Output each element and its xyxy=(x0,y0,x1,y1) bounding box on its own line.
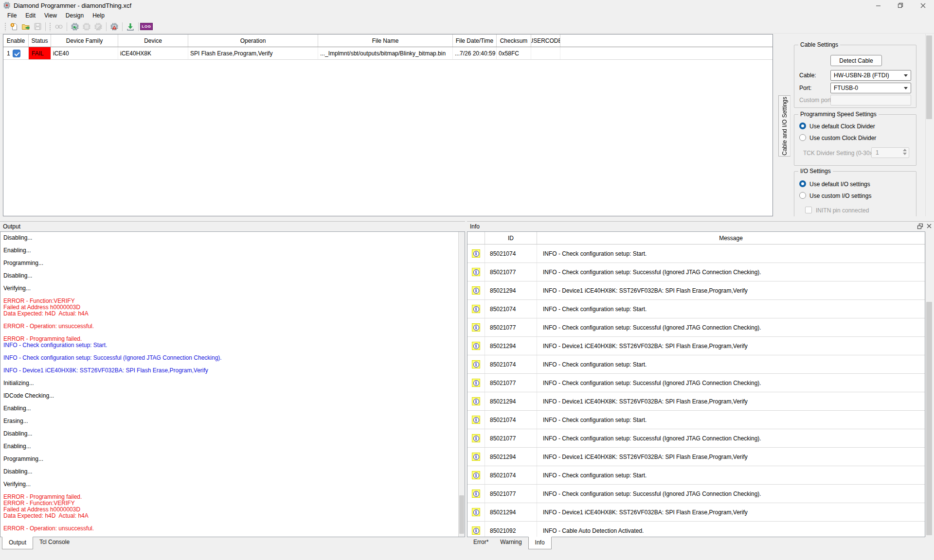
output-scrollbar[interactable] xyxy=(458,232,465,537)
info-row[interactable]: i85021074INFO - Check configuration setu… xyxy=(467,245,925,263)
info-row[interactable]: i85021077INFO - Check configuration setu… xyxy=(467,318,925,337)
program-device-icon[interactable] xyxy=(69,21,81,32)
cable-label: Cable: xyxy=(799,72,816,79)
info-row[interactable]: i85021074INFO - Check configuration setu… xyxy=(467,411,925,429)
cable-settings-group: Cable Settings Detect Cable Cable: HW-US… xyxy=(794,45,916,108)
custom-clock-divider-radio[interactable] xyxy=(799,134,806,141)
menu-item-edit[interactable]: Edit xyxy=(22,12,39,19)
default-io-radio[interactable] xyxy=(799,180,806,187)
save-icon[interactable] xyxy=(32,21,43,32)
tab-output[interactable]: Output xyxy=(2,537,33,549)
info-col-message[interactable]: Message xyxy=(537,232,925,244)
toolbar-separator xyxy=(138,22,139,31)
tab-warning[interactable]: Warning xyxy=(495,537,527,547)
tab-tcl-console[interactable]: Tcl Console xyxy=(34,537,75,547)
read-device-icon[interactable] xyxy=(81,21,92,32)
custom-io-radio[interactable] xyxy=(799,192,806,199)
info-row[interactable]: i85021077INFO - Check configuration setu… xyxy=(467,263,925,281)
new-project-icon[interactable] xyxy=(8,21,20,32)
info-row[interactable]: i85021294INFO - Device1 iCE40HX8K: SST26… xyxy=(467,281,925,300)
menu-item-help[interactable]: Help xyxy=(89,12,108,19)
info-row[interactable]: i85021074INFO - Check configuration setu… xyxy=(467,300,925,318)
info-message: INFO - Check configuration setup: Succes… xyxy=(537,263,925,281)
initn-pin-checkbox[interactable] xyxy=(805,207,812,213)
cable-select[interactable]: HW-USBN-2B (FTDI) xyxy=(830,70,911,81)
info-row[interactable]: i85021077INFO - Check configuration setu… xyxy=(467,374,925,392)
custom-port-label: Custom port: xyxy=(799,97,833,104)
tab-info[interactable]: Info xyxy=(528,537,552,549)
custom-io-label[interactable]: Use custom I/O settings xyxy=(809,192,871,199)
info-id: 85021077 xyxy=(485,318,537,336)
open-project-icon[interactable] xyxy=(20,21,32,32)
info-id: 85021077 xyxy=(485,429,537,447)
col-operation[interactable]: Operation xyxy=(188,35,318,47)
settings-scrollbar[interactable] xyxy=(925,34,933,216)
enable-checkbox[interactable] xyxy=(13,50,20,57)
log-icon[interactable]: LOG xyxy=(141,21,152,32)
default-clock-divider-radio[interactable] xyxy=(799,122,806,129)
col-usercode[interactable]: USERCODE xyxy=(531,35,560,47)
info-message: INFO - Check configuration setup: Start. xyxy=(537,300,925,318)
info-row[interactable]: i85021294INFO - Device1 iCE40HX8K: SST26… xyxy=(467,392,925,411)
info-table-body: i85021074INFO - Check configuration setu… xyxy=(467,245,925,537)
info-scrollbar-thumb[interactable] xyxy=(926,302,932,535)
default-clock-divider-label[interactable]: Use default Clock Divider xyxy=(809,123,875,130)
port-select-value: FTUSB-0 xyxy=(834,85,858,91)
log-line: ERROR - Operation: unsuccessful. xyxy=(3,525,456,532)
output-scrollbar-thumb[interactable] xyxy=(459,495,464,534)
output-log[interactable]: Disabling...Enabling...Programming...Dis… xyxy=(0,231,465,537)
info-message: INFO - Device1 iCE40HX8K: SST26VF032BA: … xyxy=(537,281,925,299)
info-col-id[interactable]: ID xyxy=(485,232,537,244)
info-row[interactable]: i85021074INFO - Check configuration setu… xyxy=(467,355,925,374)
float-panel-icon[interactable] xyxy=(917,223,923,229)
chevron-down-icon xyxy=(904,87,908,89)
toolbar-separator xyxy=(45,22,46,31)
col-file-name[interactable]: File Name xyxy=(318,35,453,47)
info-row[interactable]: i85021294INFO - Device1 iCE40HX8K: SST26… xyxy=(467,503,925,522)
menu-item-design[interactable]: Design xyxy=(62,12,87,19)
operation-cell[interactable]: SPI Flash Erase,Program,Verify xyxy=(188,47,318,59)
tab-error[interactable]: Error* xyxy=(468,537,494,547)
file-name-cell[interactable]: ..._Implmnt/sbt/outputs/bitmap/Blinky_bi… xyxy=(318,47,453,59)
col-status[interactable]: Status xyxy=(29,35,51,47)
device-family-cell[interactable]: iCE40 xyxy=(51,47,118,59)
restore-button[interactable] xyxy=(889,0,912,11)
close-button[interactable] xyxy=(912,0,934,11)
col-device-family[interactable]: Device Family xyxy=(51,35,118,47)
device-error-icon[interactable] xyxy=(108,21,120,32)
log-line: Enabling... xyxy=(3,405,456,412)
menu-item-file[interactable]: File xyxy=(4,12,20,19)
spinner-arrows-icon[interactable] xyxy=(903,149,907,155)
col-device[interactable]: Device xyxy=(118,35,188,47)
download-icon[interactable] xyxy=(125,21,136,32)
device-cell[interactable]: iCE40HX8K xyxy=(118,47,188,59)
port-select[interactable]: FTUSB-0 xyxy=(830,83,911,93)
info-row[interactable]: i85021074INFO - Check configuration setu… xyxy=(467,466,925,485)
minimize-button[interactable] xyxy=(867,0,889,11)
col-checksum[interactable]: Checksum xyxy=(497,35,531,47)
log-line: Disabling... xyxy=(3,235,456,241)
device-row[interactable]: 1 FAIL iCE40 iCE40HX8K SPI Flash Erase,P… xyxy=(3,47,772,60)
default-io-label[interactable]: Use default I/O settings xyxy=(809,181,870,188)
edit-device-icon[interactable] xyxy=(92,21,104,32)
tck-divider-spinner[interactable]: 1 xyxy=(871,147,909,158)
info-balloon-icon: i xyxy=(467,392,485,410)
close-panel-icon[interactable] xyxy=(926,223,932,229)
col-file-datetime[interactable]: File Date/Time xyxy=(453,35,497,47)
custom-port-input[interactable] xyxy=(830,95,911,105)
col-enable[interactable]: Enable xyxy=(3,35,29,47)
scan-icon[interactable] xyxy=(53,21,65,32)
status-cell: FAIL xyxy=(29,47,51,59)
menu-item-view[interactable]: View xyxy=(41,12,60,19)
info-row[interactable]: i85021092INFO - Cable Auto Detection Act… xyxy=(467,522,925,537)
info-row[interactable]: i85021077INFO - Check configuration setu… xyxy=(467,485,925,503)
info-row[interactable]: i85021294INFO - Device1 iCE40HX8K: SST26… xyxy=(467,337,925,355)
detect-cable-button[interactable]: Detect Cable xyxy=(830,55,882,66)
info-tabs: Error* Warning Info xyxy=(468,537,552,549)
info-scrollbar[interactable] xyxy=(925,232,933,537)
custom-clock-divider-label[interactable]: Use custom Clock Divider xyxy=(809,135,876,141)
info-row[interactable]: i85021294INFO - Device1 iCE40HX8K: SST26… xyxy=(467,448,925,466)
settings-scrollbar-thumb[interactable] xyxy=(926,35,932,119)
info-row[interactable]: i85021077INFO - Check configuration setu… xyxy=(467,429,925,448)
info-message: INFO - Device1 iCE40HX8K: SST26VF032BA: … xyxy=(537,448,925,466)
